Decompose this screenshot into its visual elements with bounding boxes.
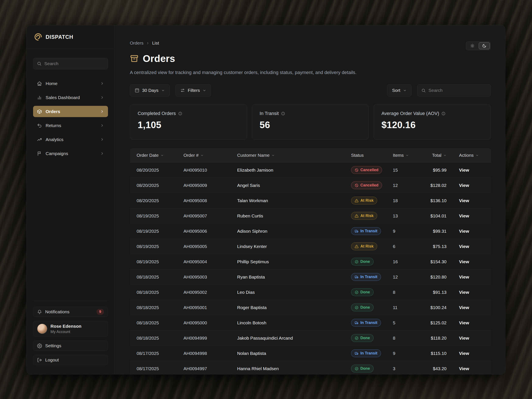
status-badge: Done — [351, 304, 374, 311]
campaigns-icon — [37, 151, 42, 156]
sidebar-item-label: Returns — [46, 123, 96, 128]
user-subtitle: My Account — [51, 330, 82, 334]
view-action[interactable]: View — [447, 259, 491, 264]
sidebar-item-analytics[interactable]: Analytics — [33, 134, 108, 145]
dark-mode-button[interactable] — [479, 42, 490, 49]
sidebar-item-label: Orders — [46, 109, 96, 114]
truck-icon — [355, 229, 359, 233]
table-row[interactable]: 08/18/2025 AH0095001 Roger Baptista Done… — [130, 300, 491, 315]
breadcrumb-orders[interactable]: Orders — [130, 40, 143, 46]
table-search[interactable] — [417, 84, 491, 96]
table-header: Order Date Order # Customer Name Status … — [130, 148, 491, 163]
notifications-button[interactable]: Notifications 9 — [33, 307, 108, 317]
status-badge: At Risk — [351, 197, 377, 204]
view-action[interactable]: View — [447, 244, 491, 249]
notifications-label: Notifications — [45, 309, 93, 314]
cell-order-date: 08/19/2025 — [130, 229, 184, 234]
view-action[interactable]: View — [447, 366, 491, 371]
calendar-icon — [135, 88, 139, 93]
view-action[interactable]: View — [447, 229, 491, 234]
stat-value: $120.16 — [381, 120, 483, 130]
view-action[interactable]: View — [447, 290, 491, 295]
cell-order-date: 08/18/2025 — [130, 336, 184, 341]
table-row[interactable]: 08/20/2025 AH0095009 Angel Saris Cancell… — [130, 178, 491, 193]
info-icon[interactable] — [178, 112, 182, 116]
table-row[interactable]: 08/19/2025 AH0095007 Ruben Curtis At Ris… — [130, 208, 491, 224]
view-action[interactable]: View — [447, 183, 491, 188]
view-action[interactable]: View — [447, 198, 491, 203]
cell-customer-name: Leo Dias — [237, 290, 351, 295]
status-label: Cancelled — [360, 183, 378, 188]
column-header-order-number[interactable]: Order # — [184, 153, 237, 158]
check-circle-icon — [355, 306, 359, 310]
sales-dashboard-icon — [37, 95, 42, 100]
status-label: At Risk — [360, 214, 374, 218]
table-row[interactable]: 08/18/2025 AH0095002 Leo Dias Done 8 $91… — [130, 285, 491, 300]
stat-card-aov: Average Order Value (AOV) $120.16 — [374, 104, 491, 140]
theme-toggle[interactable] — [466, 41, 491, 50]
view-action[interactable]: View — [447, 320, 491, 325]
view-action[interactable]: View — [447, 336, 491, 341]
column-header-total[interactable]: Total — [418, 153, 447, 158]
sort-label: Sort — [392, 88, 400, 93]
column-header-items[interactable]: Items — [393, 153, 418, 158]
page-title-icon — [130, 54, 139, 63]
table-row[interactable]: 08/17/2025 AH0094997 Hanna Rhiel Madsen … — [130, 361, 491, 374]
table-row[interactable]: 08/18/2025 AH0095000 Lincoln Botosh In T… — [130, 315, 491, 330]
app-window: DISPATCH Home Sales Dashboard Orders — [26, 25, 505, 374]
toolbar: 30 Days Filters Sort — [130, 84, 491, 96]
truck-icon — [355, 275, 359, 279]
column-header-actions[interactable]: Actions — [447, 153, 491, 158]
sidebar-item-returns[interactable]: Returns — [33, 120, 108, 131]
date-range-button[interactable]: 30 Days — [130, 84, 170, 96]
cell-total: $95.99 — [418, 168, 447, 173]
settings-button[interactable]: Settings — [33, 341, 108, 351]
table-row[interactable]: 08/19/2025 AH0095004 Phillip Septimus Do… — [130, 254, 491, 269]
table-row[interactable]: 08/20/2025 AH0095010 Elizabeth Jamison C… — [130, 163, 491, 178]
sidebar-item-label: Campaigns — [46, 151, 96, 156]
cell-total: $43.20 — [418, 366, 447, 371]
sidebar-item-orders[interactable]: Orders — [33, 106, 108, 117]
table-row[interactable]: 08/20/2025 AH0095008 Talan Workman At Ri… — [130, 193, 491, 208]
column-header-order-date[interactable]: Order Date — [130, 153, 184, 158]
view-action[interactable]: View — [447, 168, 491, 173]
light-mode-button[interactable] — [467, 42, 478, 49]
table-search-input[interactable] — [429, 88, 487, 93]
status-label: Done — [360, 260, 370, 264]
table-row[interactable]: 08/18/2025 AH0095003 Ryan Baptista In Tr… — [130, 269, 491, 285]
view-action[interactable]: View — [447, 305, 491, 310]
sidebar-item-sales-dashboard[interactable]: Sales Dashboard — [33, 92, 108, 103]
table-row[interactable]: 08/18/2025 AH0094999 Jakob Passaquindici… — [130, 330, 491, 346]
column-label: Status — [351, 153, 364, 158]
logout-button[interactable]: Logout — [33, 355, 108, 365]
sidebar-item-campaigns[interactable]: Campaigns — [33, 148, 108, 159]
sidebar-search-input[interactable] — [44, 61, 104, 66]
column-header-customer-name[interactable]: Customer Name — [237, 153, 351, 158]
check-circle-icon — [355, 260, 359, 264]
chevron-right-icon — [100, 123, 104, 127]
truck-icon — [355, 351, 359, 355]
cell-items: 12 — [393, 183, 418, 188]
info-icon[interactable] — [281, 112, 285, 116]
table-row[interactable]: 08/19/2025 AH0095006 Adison Siphron In T… — [130, 224, 491, 239]
cell-order-id: AH0095002 — [184, 290, 237, 295]
filters-button[interactable]: Filters — [175, 84, 211, 96]
info-icon[interactable] — [441, 112, 445, 116]
table-row[interactable]: 08/17/2025 AH0094998 Nolan Baptista In T… — [130, 346, 491, 361]
view-action[interactable]: View — [447, 351, 491, 356]
cell-order-date: 08/20/2025 — [130, 168, 184, 173]
cell-total: $154.30 — [418, 259, 447, 264]
sidebar-search[interactable] — [33, 58, 108, 69]
stat-card-in-transit: In Transit 56 — [252, 104, 369, 140]
date-range-label: 30 Days — [142, 88, 158, 93]
view-action[interactable]: View — [447, 213, 491, 218]
table-body: 08/20/2025 AH0095010 Elizabeth Jamison C… — [130, 163, 491, 374]
sort-button[interactable]: Sort — [387, 84, 412, 96]
sidebar-item-home[interactable]: Home — [33, 78, 108, 89]
breadcrumb-list: List — [152, 40, 159, 46]
cell-items: 6 — [393, 244, 418, 249]
view-action[interactable]: View — [447, 274, 491, 279]
status-badge: At Risk — [351, 242, 377, 250]
table-row[interactable]: 08/19/2025 AH0095005 Lindsey Kenter At R… — [130, 239, 491, 254]
user-account-button[interactable]: Rose Edenson My Account — [33, 321, 108, 337]
